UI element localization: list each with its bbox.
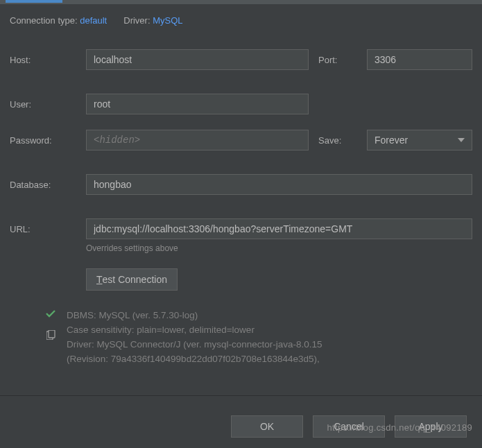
content-panel: Connection type: default Driver: MySQL H… [0, 4, 482, 372]
status-row: DBMS: MySQL (ver. 5.7.30-log) Case sensi… [10, 309, 472, 367]
host-input[interactable] [86, 49, 309, 70]
footer-divider [0, 395, 482, 396]
driver-link[interactable]: MySQL [153, 15, 182, 26]
test-connection-mnemonic: T [96, 274, 103, 285]
status-line-3: Driver: MySQL Connector/J (ver. mysql-co… [67, 338, 322, 352]
url-label: URL: [10, 224, 76, 234]
apply-button[interactable]: Apply [395, 415, 467, 438]
ok-button[interactable]: OK [231, 415, 303, 438]
user-label: User: [10, 99, 76, 110]
connection-type-label: Connection type: [10, 15, 78, 26]
port-input[interactable] [367, 49, 472, 70]
url-input[interactable] [86, 218, 472, 239]
test-connection-label-rest: est Connection [103, 274, 167, 285]
copy-icon[interactable] [46, 330, 55, 340]
status-text: DBMS: MySQL (ver. 5.7.30-log) Case sensi… [67, 309, 322, 367]
status-line-2: Case sensitivity: plain=lower, delimited… [67, 323, 322, 338]
check-icon [46, 310, 55, 318]
connection-type-group: Connection type: default [10, 15, 107, 26]
url-override-hint: Overrides settings above [86, 243, 472, 253]
status-icons [44, 309, 57, 340]
password-input[interactable] [86, 130, 309, 150]
active-tab-indicator [6, 0, 62, 3]
connection-type-link[interactable]: default [80, 15, 107, 26]
status-line-1: DBMS: MySQL (ver. 5.7.30-log) [67, 309, 322, 323]
tab-strip [0, 0, 482, 4]
svg-rect-1 [49, 330, 55, 338]
driver-group: Driver: MySQL [123, 15, 182, 26]
test-connection-button[interactable]: Test Connection [86, 268, 178, 291]
host-label: Host: [10, 55, 76, 65]
user-input[interactable] [86, 94, 309, 114]
password-label: Password: [10, 135, 76, 146]
footer: OK Cancel Apply [0, 405, 482, 448]
chevron-down-icon [458, 138, 465, 142]
cancel-button[interactable]: Cancel [313, 415, 385, 438]
driver-label: Driver: [123, 15, 150, 26]
save-mode-value: Forever [375, 135, 408, 146]
form-grid: Host: Port: User: Password: Save: Foreve… [10, 49, 472, 291]
port-label: Port: [318, 55, 357, 65]
database-input[interactable] [86, 174, 472, 195]
database-label: Database: [10, 180, 76, 190]
meta-row: Connection type: default Driver: MySQL [10, 15, 472, 26]
save-label: Save: [318, 135, 357, 146]
save-mode-select[interactable]: Forever [367, 130, 472, 150]
status-line-4: (Revision: 79a4336f140499bd22dd07f02b708… [67, 352, 322, 367]
